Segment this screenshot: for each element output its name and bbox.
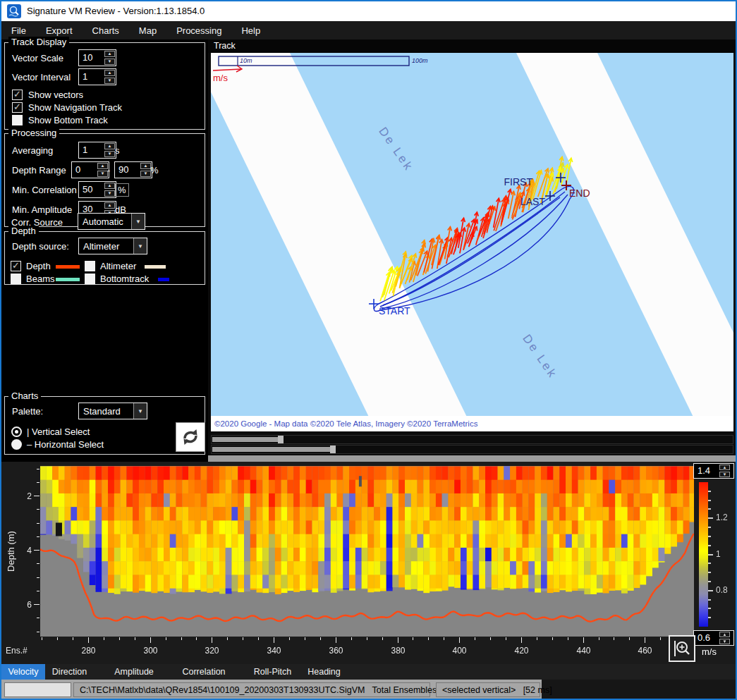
tab-heading[interactable]: Heading — [301, 664, 347, 680]
depth-range-unit: % — [150, 165, 159, 176]
depth-source-dropdown[interactable]: Altimeter ▼ — [78, 238, 147, 254]
title-bar: Signature VM Review - Version:1.13.1854.… — [1, 1, 736, 21]
track-map[interactable]: De Lek De Lek FIRST END LAST S — [211, 53, 733, 431]
spin-down-icon[interactable]: ▼ — [104, 78, 115, 84]
spin-down-icon[interactable]: ▼ — [104, 151, 115, 157]
velocity-chart-section: 1.4 ▲▼ 1.210.8 0.6 ▲▼ m/s — [1, 462, 737, 664]
min-correlation-unit: % — [115, 183, 129, 197]
averaging-unit: s — [115, 145, 120, 156]
tab-direction[interactable]: Direction — [46, 664, 93, 680]
spin-up-icon[interactable]: ▲ — [104, 183, 115, 189]
slider-thumb[interactable] — [330, 446, 336, 453]
group-title: Charts — [8, 391, 41, 401]
spin-down-icon[interactable]: ▼ — [104, 59, 115, 65]
horizontal-select-label: – Horizontal Select — [27, 439, 104, 450]
beams-checkbox[interactable] — [11, 274, 21, 284]
magnifier-plus-icon — [672, 639, 692, 658]
bottomtrack-legend-label: Bottomtrack — [100, 274, 149, 284]
bottomtrack-checkbox[interactable] — [85, 274, 95, 284]
depth-range-label: Depth Range — [12, 165, 66, 176]
colorbar-min-stepper[interactable]: 0.6 ▲▼ — [693, 630, 734, 646]
tab-amplitude[interactable]: Amplitude — [106, 664, 162, 680]
menu-charts[interactable]: Charts — [83, 21, 129, 39]
app-icon — [7, 4, 21, 18]
spin-up-icon[interactable]: ▲ — [104, 70, 115, 76]
map-copyright: ©2020 Google - Map data ©2020 Tele Atlas… — [214, 419, 478, 428]
spin-up-icon[interactable]: ▲ — [104, 143, 115, 149]
depth-range-dash: - — [107, 165, 110, 176]
colorbar-tick-label: 0.8 — [716, 585, 728, 595]
refresh-button[interactable] — [176, 422, 205, 452]
tab-roll-pitch[interactable]: Roll-Pitch — [246, 664, 299, 680]
vector-scale-stepper[interactable]: 10 ▲▼ — [78, 49, 116, 66]
averaging-stepper[interactable]: 1 ▲▼ — [78, 142, 116, 159]
depth-range-from-stepper[interactable]: 0 ▲▼ — [71, 161, 109, 178]
dropdown-arrow-icon[interactable]: ▼ — [133, 238, 147, 254]
colorbar-tick-label: 1 — [716, 549, 721, 559]
chart-tab-bar: Velocity Direction Amplitude Correlation… — [1, 664, 737, 680]
chart-zoom-button[interactable] — [669, 635, 695, 662]
palette-dropdown[interactable]: Standard ▼ — [78, 403, 147, 419]
map-pan-slider[interactable] — [211, 445, 733, 454]
depth-line-swatch — [56, 265, 80, 269]
depth-range-to-stepper[interactable]: 90 ▲▼ — [114, 161, 152, 178]
altimeter-checkbox[interactable] — [85, 261, 95, 271]
dropdown-arrow-icon[interactable]: ▼ — [131, 214, 145, 229]
spin-down-icon[interactable]: ▼ — [719, 639, 730, 644]
menu-map[interactable]: Map — [129, 21, 166, 39]
beams-line-swatch — [56, 278, 80, 281]
group-title: Depth — [8, 226, 39, 236]
dropdown-arrow-icon[interactable]: ▼ — [133, 403, 147, 419]
spin-up-icon[interactable]: ▲ — [719, 632, 730, 637]
vector-scale-label: Vector Scale — [12, 53, 63, 63]
spin-up-icon[interactable]: ▲ — [719, 465, 730, 470]
window-title: Signature VM Review - Version:1.13.1854.… — [27, 6, 205, 16]
horizontal-splitter[interactable] — [208, 455, 737, 462]
vertical-select-label: | Vertical Select — [27, 426, 90, 437]
show-bottom-track-checkbox[interactable] — [12, 115, 23, 125]
vector-interval-stepper[interactable]: 1 ▲▼ — [78, 68, 116, 85]
depth-source-label: Depth source: — [12, 241, 69, 252]
tab-velocity[interactable]: Velocity — [1, 664, 45, 680]
spin-up-icon[interactable]: ▲ — [104, 51, 115, 57]
menu-processing[interactable]: Processing — [166, 21, 231, 39]
vector-interval-label: Vector Interval — [12, 72, 71, 82]
velocity-heatmap-canvas[interactable] — [1, 462, 696, 664]
tab-correlation[interactable]: Correlation — [176, 664, 232, 680]
map-zoom-slider[interactable] — [211, 435, 733, 444]
status-empty-box — [4, 682, 71, 697]
averaging-label: Averaging — [12, 145, 53, 156]
status-bar: C:\TECH\Matlxb\data\QRev1854\100109_2020… — [1, 680, 737, 700]
last-label: LAST — [520, 196, 545, 207]
spin-up-icon[interactable]: ▲ — [104, 202, 115, 209]
charts-group: Charts Palette: Standard ▼ | Vertical Se… — [4, 396, 205, 455]
show-vectors-label: Show vectors — [28, 90, 83, 100]
altimeter-legend-label: Altimeter — [100, 261, 136, 271]
spin-down-icon[interactable]: ▼ — [104, 190, 115, 197]
spin-down-icon[interactable]: ▼ — [140, 171, 151, 177]
altimeter-line-swatch — [145, 265, 166, 269]
spin-down-icon[interactable]: ▼ — [97, 171, 108, 177]
spin-down-icon[interactable]: ▼ — [719, 472, 730, 477]
vertical-select-radio[interactable] — [11, 426, 22, 437]
colorbar-max-stepper[interactable]: 1.4 ▲▼ — [693, 463, 734, 479]
spin-up-icon[interactable]: ▲ — [140, 163, 151, 169]
spin-up-icon[interactable]: ▲ — [97, 163, 108, 169]
bottomtrack-line-swatch — [158, 278, 169, 281]
horizontal-select-radio[interactable] — [11, 439, 22, 450]
depth-checkbox[interactable] — [11, 261, 21, 271]
show-navigation-track-checkbox[interactable] — [12, 102, 23, 113]
menu-help[interactable]: Help — [231, 21, 270, 39]
group-title: Processing — [8, 128, 59, 138]
slider-thumb[interactable] — [278, 436, 284, 443]
corr-source-dropdown[interactable]: Automatic ▼ — [78, 213, 145, 230]
show-bottom-track-label: Show Bottom Track — [28, 115, 108, 125]
palette-label: Palette: — [12, 406, 43, 417]
colorbar-tick-label: 1.2 — [716, 512, 728, 522]
show-vectors-checkbox[interactable] — [12, 90, 23, 100]
left-control-panel: Track Display Vector Scale 10 ▲▼ Vector … — [1, 39, 208, 462]
min-correlation-stepper[interactable]: 50 ▲▼ — [78, 181, 116, 198]
show-navigation-track-label: Show Navigation Track — [28, 102, 122, 113]
colorbar: 1.4 ▲▼ 1.210.8 0.6 ▲▼ m/s — [693, 463, 737, 663]
refresh-icon — [180, 426, 201, 448]
